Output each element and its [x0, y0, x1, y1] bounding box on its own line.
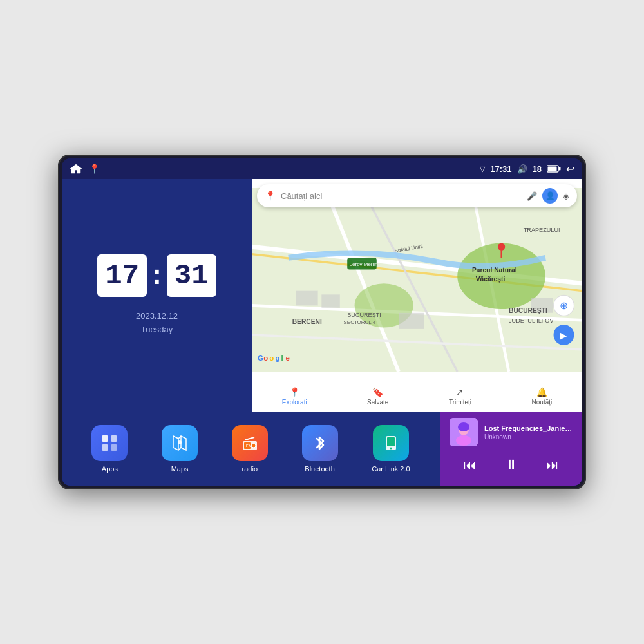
svg-rect-43	[102, 444, 108, 451]
map-widget[interactable]: Parcul Natural Văcărești BUCUREȘTI JUDEȚ…	[252, 179, 582, 412]
svg-text:BERCENI: BERCENI	[292, 318, 322, 325]
layers-icon[interactable]: ◈	[563, 191, 569, 201]
map-search-placeholder[interactable]: Căutați aici	[281, 191, 522, 201]
svg-text:o: o	[269, 354, 274, 362]
app-item-apps[interactable]: Apps	[91, 425, 128, 473]
map-bottom-tabs: 📍 Explorați 🔖 Salvate ↗ Trimiteți 🔔	[252, 381, 582, 412]
maps-label: Maps	[171, 465, 189, 473]
volume-icon[interactable]: 🔊	[517, 164, 527, 174]
share-icon: ↗	[456, 387, 464, 397]
carlink-icon	[373, 425, 409, 461]
svg-point-48	[178, 440, 182, 444]
map-tab-saved[interactable]: 🔖 Salvate	[367, 387, 388, 406]
bluetooth-label: Bluetooth	[305, 465, 334, 473]
apps-icon	[91, 425, 128, 461]
svg-text:TRAPEZULUI: TRAPEZULUI	[524, 227, 560, 233]
svg-text:g: g	[275, 354, 279, 362]
map-search-bar[interactable]: 📍 Căutați aici 🎤 👤 ◈	[257, 184, 577, 207]
music-artist: Unknown	[484, 433, 573, 440]
svg-text:e: e	[285, 354, 289, 362]
music-text: Lost Frequencies_Janieck Devy-... Unknow…	[484, 424, 573, 440]
time-display: 17:31	[490, 164, 511, 174]
svg-text:Leroy Merlin: Leroy Merlin	[350, 261, 378, 267]
clock-display: 17 : 31	[97, 254, 216, 297]
signal-value: 18	[533, 164, 542, 174]
top-section: 17 : 31 2023.12.12 Tuesday	[62, 179, 582, 412]
app-item-carlink[interactable]: Car Link 2.0	[372, 425, 410, 473]
main-content: 17 : 31 2023.12.12 Tuesday	[62, 179, 582, 486]
clock-colon: :	[152, 258, 162, 290]
carlink-label: Car Link 2.0	[372, 465, 410, 473]
app-item-maps[interactable]: Maps	[162, 425, 198, 473]
app-item-radio[interactable]: FM radio	[232, 425, 268, 473]
svg-text:l: l	[281, 354, 283, 362]
svg-point-28	[498, 243, 505, 251]
explore-icon: 📍	[289, 387, 300, 397]
clock-minutes: 31	[167, 254, 216, 297]
radio-icon: FM	[232, 425, 268, 461]
status-bar: 📍 ▽ 17:31 🔊 18 ↩	[62, 158, 582, 179]
map-body: Parcul Natural Văcărești BUCUREȘTI JUDEȚ…	[252, 179, 582, 381]
car-display-device: 📍 ▽ 17:31 🔊 18 ↩	[58, 155, 586, 489]
navigation-icon: ▽	[480, 165, 485, 173]
svg-text:SECTORUL 4: SECTORUL 4	[344, 319, 376, 325]
music-info: Lost Frequencies_Janieck Devy-... Unknow…	[450, 418, 573, 446]
bluetooth-icon	[302, 425, 338, 461]
screen: 📍 ▽ 17:31 🔊 18 ↩	[62, 158, 582, 486]
clock-widget: 17 : 31 2023.12.12 Tuesday	[62, 179, 252, 412]
svg-text:FM: FM	[246, 444, 252, 448]
music-title: Lost Frequencies_Janieck Devy-...	[484, 424, 573, 432]
svg-rect-55	[387, 437, 395, 446]
svg-text:Parcul Natural: Parcul Natural	[472, 267, 517, 274]
back-icon[interactable]: ↩	[566, 163, 574, 175]
radio-label: radio	[242, 465, 258, 473]
svg-rect-44	[111, 444, 117, 451]
album-art	[450, 418, 478, 446]
map-tab-updates[interactable]: 🔔 Noutăți	[532, 387, 553, 406]
apps-section: Apps Maps	[62, 412, 440, 486]
svg-marker-0	[70, 164, 82, 173]
bottom-section: Apps Maps	[62, 412, 582, 486]
status-right: ▽ 17:31 🔊 18 ↩	[480, 163, 574, 175]
svg-text:⊕: ⊕	[560, 300, 568, 311]
home-icon[interactable]	[70, 164, 82, 174]
prev-button[interactable]: ⏮	[461, 455, 479, 475]
maps-nav-icon[interactable]: 📍	[89, 164, 100, 174]
map-tab-explore[interactable]: 📍 Explorați	[282, 387, 307, 406]
clock-date: 2023.12.12 Tuesday	[136, 310, 178, 337]
svg-rect-2	[548, 167, 557, 171]
status-left: 📍	[70, 164, 100, 174]
music-player: Lost Frequencies_Janieck Devy-... Unknow…	[440, 412, 582, 486]
svg-text:G: G	[258, 354, 263, 362]
svg-rect-15	[321, 294, 340, 308]
updates-icon: 🔔	[536, 387, 547, 397]
app-item-bluetooth[interactable]: Bluetooth	[302, 425, 338, 473]
account-icon[interactable]: 👤	[542, 188, 558, 204]
clock-hours: 17	[97, 254, 147, 297]
svg-point-60	[458, 422, 469, 431]
play-pause-button[interactable]: ⏸	[502, 454, 521, 476]
map-search-actions: 🎤 👤 ◈	[527, 188, 569, 204]
svg-point-59	[456, 435, 471, 446]
map-search-pin-icon: 📍	[265, 191, 276, 201]
saved-icon: 🔖	[372, 387, 383, 397]
next-button[interactable]: ⏭	[544, 455, 562, 475]
svg-text:o: o	[263, 354, 268, 362]
svg-rect-16	[399, 313, 424, 329]
svg-rect-42	[111, 435, 117, 442]
svg-rect-3	[559, 167, 561, 171]
apps-label: Apps	[102, 465, 118, 473]
svg-point-56	[390, 447, 392, 449]
music-controls: ⏮ ⏸ ⏭	[450, 454, 573, 476]
maps-icon	[162, 425, 198, 461]
svg-point-51	[252, 444, 256, 448]
mic-icon[interactable]: 🎤	[527, 191, 537, 201]
battery-icon	[547, 165, 561, 173]
svg-text:BUCUREȘTI: BUCUREȘTI	[509, 307, 547, 314]
svg-rect-41	[102, 435, 108, 442]
svg-text:Văcărești: Văcărești	[476, 276, 506, 283]
svg-text:BUCUREȘTI: BUCUREȘTI	[347, 312, 381, 318]
svg-text:▶: ▶	[560, 330, 567, 341]
map-tab-share[interactable]: ↗ Trimiteți	[449, 387, 471, 406]
svg-text:JUDEȚUL ILFOV: JUDEȚUL ILFOV	[509, 317, 554, 324]
